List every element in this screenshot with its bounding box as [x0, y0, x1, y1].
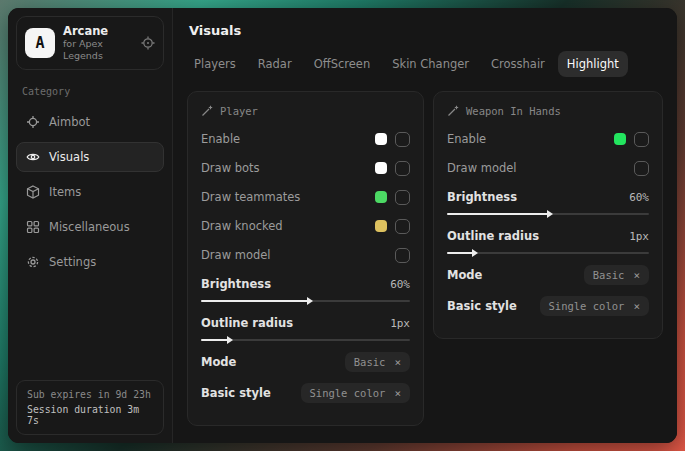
- tab-players[interactable]: Players: [185, 51, 245, 77]
- toggle-row: Enable: [447, 129, 649, 149]
- toggle-label: Draw model: [447, 161, 517, 175]
- slider-label: Brightness: [201, 277, 271, 291]
- tab-radar[interactable]: Radar: [249, 51, 301, 77]
- crosshair-icon[interactable]: [141, 36, 155, 50]
- slider-fill: [447, 252, 473, 254]
- app-window: A Arcane for Apex Legends Category Aimbo…: [8, 8, 677, 443]
- sidebar-item-label: Settings: [49, 255, 96, 269]
- main-area: Visuals Players Radar OffScreen Skin Cha…: [173, 8, 677, 443]
- basic-style-tag[interactable]: Single color ×: [540, 296, 649, 316]
- outline-radius-slider-block: Outline radius 1px: [201, 313, 410, 341]
- checkbox[interactable]: [395, 190, 410, 205]
- color-swatch[interactable]: [375, 133, 387, 145]
- checkbox[interactable]: [634, 132, 649, 147]
- close-icon[interactable]: ×: [633, 301, 640, 312]
- slider-value: 1px: [629, 230, 649, 243]
- toggle-label: Enable: [447, 132, 486, 146]
- slider-label: Outline radius: [447, 229, 539, 243]
- app-subtitle: for Apex Legends: [63, 38, 133, 62]
- tag-label: Basic: [354, 356, 386, 368]
- sidebar: A Arcane for Apex Legends Category Aimbo…: [8, 8, 173, 443]
- color-swatch[interactable]: [375, 162, 387, 174]
- mode-select-row: Mode Basic ×: [447, 265, 649, 285]
- tab-crosshair[interactable]: Crosshair: [482, 51, 554, 77]
- tag-label: Basic: [593, 269, 625, 281]
- toggle-row: Draw model: [201, 245, 410, 265]
- tag-label: Single color: [549, 300, 625, 312]
- grid-icon: [26, 220, 40, 234]
- toggle-label: Draw bots: [201, 161, 260, 175]
- tab-content: Player Enable Draw bots: [173, 77, 677, 440]
- slider-label: Brightness: [447, 190, 517, 204]
- toggle-row: Draw bots: [201, 158, 410, 178]
- slider-track[interactable]: [447, 252, 649, 254]
- sidebar-item-aimbot[interactable]: Aimbot: [16, 107, 164, 137]
- sidebar-item-label: Aimbot: [49, 115, 90, 129]
- outline-radius-slider-block: Outline radius 1px: [447, 226, 649, 254]
- subscription-status-card: Sub expires in 9d 23h Session duration 3…: [16, 380, 164, 435]
- basic-style-tag[interactable]: Single color ×: [301, 383, 410, 403]
- mode-tag[interactable]: Basic ×: [345, 352, 410, 372]
- panel-title: Weapon In Hands: [466, 105, 561, 117]
- cube-icon: [26, 185, 40, 199]
- tab-skin-changer[interactable]: Skin Changer: [383, 51, 478, 77]
- wand-icon: [201, 105, 213, 117]
- checkbox[interactable]: [395, 219, 410, 234]
- color-swatch[interactable]: [614, 133, 626, 145]
- gear-icon: [26, 255, 40, 269]
- slider-value: 60%: [629, 191, 649, 204]
- mode-tag[interactable]: Basic ×: [584, 265, 649, 285]
- sub-expiry-text: Sub expires in 9d 23h: [27, 389, 153, 400]
- select-label: Mode: [447, 268, 482, 282]
- select-label: Basic style: [201, 386, 271, 400]
- toggle-row: Draw knocked: [201, 216, 410, 236]
- wand-icon: [447, 105, 459, 117]
- color-swatch[interactable]: [375, 191, 387, 203]
- player-panel: Player Enable Draw bots: [187, 91, 424, 426]
- brightness-slider-block: Brightness 60%: [447, 187, 649, 215]
- slider-track[interactable]: [201, 300, 410, 302]
- select-label: Mode: [201, 355, 236, 369]
- tab-highlight[interactable]: Highlight: [558, 51, 628, 77]
- checkbox[interactable]: [634, 161, 649, 176]
- sidebar-item-label: Miscellaneous: [49, 220, 130, 234]
- session-duration-text: Session duration 3m 7s: [27, 404, 153, 426]
- slider-track[interactable]: [447, 213, 649, 215]
- toggle-label: Enable: [201, 132, 240, 146]
- app-title: Arcane: [63, 24, 133, 38]
- color-swatch[interactable]: [375, 220, 387, 232]
- tab-bar: Players Radar OffScreen Skin Changer Cro…: [173, 51, 677, 77]
- close-icon[interactable]: ×: [394, 357, 401, 368]
- player-panel-header: Player: [201, 105, 410, 117]
- sidebar-item-items[interactable]: Items: [16, 177, 164, 207]
- tag-label: Single color: [310, 387, 386, 399]
- sidebar-header: A Arcane for Apex Legends: [16, 16, 164, 70]
- sidebar-item-miscellaneous[interactable]: Miscellaneous: [16, 212, 164, 242]
- basic-style-select-row: Basic style Single color ×: [447, 296, 649, 316]
- mode-select-row: Mode Basic ×: [201, 352, 410, 372]
- checkbox[interactable]: [395, 161, 410, 176]
- category-label: Category: [22, 86, 158, 97]
- toggle-row: Draw teammates: [201, 187, 410, 207]
- tab-offscreen[interactable]: OffScreen: [305, 51, 380, 77]
- toggle-label: Draw teammates: [201, 190, 300, 204]
- toggle-row: Enable: [201, 129, 410, 149]
- checkbox[interactable]: [395, 132, 410, 147]
- app-logo: A: [25, 28, 55, 58]
- sidebar-item-label: Visuals: [49, 150, 89, 164]
- slider-fill: [201, 300, 308, 302]
- aimbot-crosshair-icon: [26, 115, 40, 129]
- toggle-label: Draw knocked: [201, 219, 283, 233]
- page-title: Visuals: [173, 8, 677, 51]
- slider-label: Outline radius: [201, 316, 293, 330]
- sidebar-item-visuals[interactable]: Visuals: [16, 142, 164, 172]
- slider-track[interactable]: [201, 339, 410, 341]
- slider-value: 1px: [390, 317, 410, 330]
- close-icon[interactable]: ×: [633, 270, 640, 281]
- close-icon[interactable]: ×: [394, 388, 401, 399]
- checkbox[interactable]: [395, 248, 410, 263]
- weapon-panel-header: Weapon In Hands: [447, 105, 649, 117]
- panel-title: Player: [220, 105, 258, 117]
- sidebar-item-settings[interactable]: Settings: [16, 247, 164, 277]
- eye-icon: [26, 150, 40, 164]
